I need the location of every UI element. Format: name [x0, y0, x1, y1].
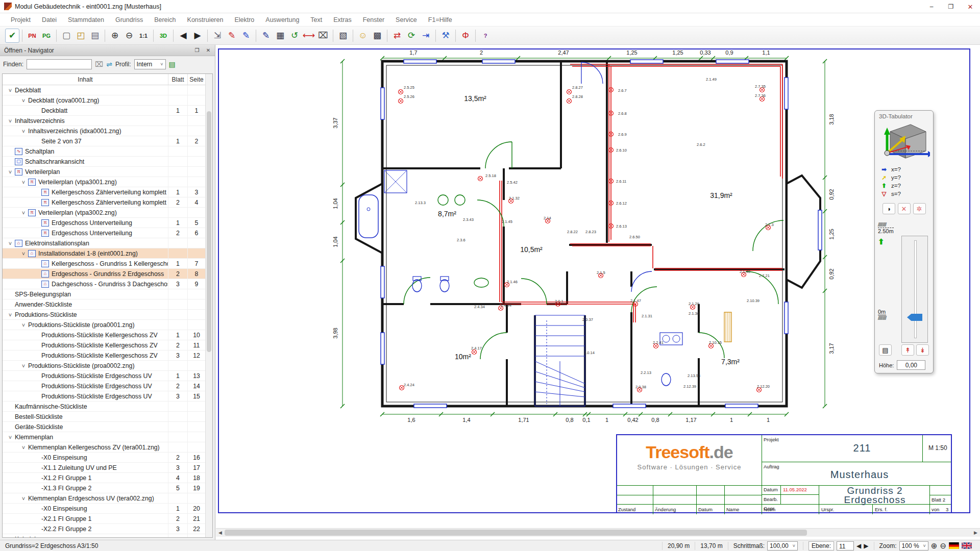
zoom-1to1-icon[interactable]: 1:1 [136, 29, 151, 43]
tree-row[interactable]: ˅πVerteilerplan (vtpa3001.zng) [3, 177, 205, 187]
tree-row[interactable]: ˅Deckblatt (cova0001.zng) [3, 95, 205, 106]
tree-row[interactable]: ∿Schaltplan [3, 146, 205, 157]
wrench-icon[interactable]: ⚒ [438, 29, 453, 43]
tree-row[interactable]: -X2.1 FI Gruppe 1221 [3, 514, 205, 524]
menu-item-datei[interactable]: Datei [36, 14, 62, 26]
tree-row[interactable]: ▢Schaltschrankansicht [3, 157, 205, 167]
tree-row[interactable]: ⌂Dachgeschoss - Grundriss 3 Dachgeschoss… [3, 279, 205, 289]
hscroll-thumb[interactable] [225, 530, 807, 536]
apply-settings-icon[interactable]: ✔ [5, 29, 19, 43]
tree-expand-icon[interactable]: ˅ [6, 118, 15, 124]
tree-row[interactable]: πKellergeschoss Zählerverteilung komplet… [3, 187, 205, 197]
power-icon[interactable]: Φ [458, 29, 473, 43]
finden-input[interactable] [27, 59, 92, 69]
new-document-icon[interactable]: ▢ [59, 29, 74, 43]
profil-dropdown[interactable]: Intern ˅ [134, 59, 166, 69]
hoehe-input[interactable]: 0,00 [897, 360, 925, 370]
tree-scrollbar[interactable] [205, 74, 212, 537]
tree-row[interactable]: Bestell-Stückliste [3, 412, 205, 422]
tree-row[interactable]: Produktions-Stückliste Erdgeschoss UV315 [3, 391, 205, 402]
snap-off-button[interactable]: ✕ [898, 203, 911, 214]
tree-row[interactable]: ˅Produktions-Stückliste (proa0001.zng) [3, 320, 205, 330]
ebene-input[interactable]: 11 [837, 541, 854, 550]
help-book-icon[interactable]: ? [478, 29, 493, 43]
tree-expand-icon[interactable]: ˅ [6, 434, 15, 440]
tree-row[interactable]: πKellergeschoss Zählerverteilung komplet… [3, 197, 205, 208]
tree-row[interactable]: Produktions-Stückliste Erdgeschoss UV214 [3, 381, 205, 391]
sync-icon[interactable]: ⟳ [404, 29, 419, 43]
tree-expand-icon[interactable]: ˅ [6, 87, 15, 93]
drawing-area[interactable]: 1,722,471,251,250,330,91,11,61,41,710,80… [216, 45, 980, 540]
tree-row[interactable]: Anwender-Stückliste [3, 299, 205, 310]
menu-item-grundriss[interactable]: Grundriss [110, 14, 149, 26]
tree-row[interactable]: Produktions-Stückliste Kellergeschoss ZV… [3, 340, 205, 350]
menu-item-elektro[interactable]: Elektro [229, 14, 260, 26]
ebene-prev-icon[interactable]: ◀ [856, 542, 861, 550]
height-slider[interactable] [901, 236, 928, 343]
menu-item-extras[interactable]: Extras [328, 14, 357, 26]
prev-sheet-icon[interactable]: ◀ [176, 29, 190, 43]
tree-expand-icon[interactable]: ˅ [19, 363, 28, 369]
edit-pencil-icon[interactable]: ✎ [259, 29, 273, 43]
tree-expand-icon[interactable]: ˅ [19, 444, 28, 450]
zoom-dropdown[interactable]: 100 % ˅ [899, 541, 928, 550]
tree-expand-icon[interactable]: ˅ [19, 251, 28, 257]
menu-item-stammdaten[interactable]: Stammdaten [62, 14, 110, 26]
menu-item-f1-hilfe[interactable]: F1=Hilfe [423, 14, 458, 26]
properties-button[interactable]: ▤ [879, 344, 892, 356]
tree-row[interactable]: ˅Inhaltsverzeichnis [3, 116, 205, 126]
3d-tabulator-panel[interactable]: 3D-Tabulator ➡x=? ➚y=? ⬆z=? ▽s=? ◑ ✕ ✲ [874, 110, 934, 373]
tree-row[interactable]: -X1.1 Zuleitung UV und PE317 [3, 463, 205, 473]
uk-flag-icon[interactable] [962, 542, 972, 549]
ebene-next-icon[interactable]: ▶ [864, 542, 868, 550]
delete-icon[interactable]: ⌧ [316, 29, 330, 43]
tree-row[interactable]: ˅Klemmenplan Erdgeschoss UV (tera002.zng… [3, 493, 205, 504]
tree-row[interactable]: -X1.3 FI Gruppe 2519 [3, 483, 205, 493]
next-sheet-icon[interactable]: ▶ [190, 29, 205, 43]
close-button[interactable]: ✕ [961, 0, 980, 13]
view-3d-icon[interactable]: 3D [156, 29, 170, 43]
navigator-header[interactable]: Öffnen - Navigator ❐ ✕ [0, 45, 215, 56]
draw-tool-blue-icon[interactable]: ✎ [239, 29, 253, 43]
sheet-transfer-icon[interactable]: ⇲ [210, 29, 225, 43]
ebene-button[interactable]: Ebene: [808, 541, 834, 550]
clear-search-trash-icon[interactable]: ⌧ [95, 60, 103, 68]
float-panel-icon[interactable]: ❐ [192, 46, 202, 55]
tree-row[interactable]: -X1.2 FI Gruppe 1418 [3, 473, 205, 483]
tree-expand-icon[interactable]: ˅ [6, 240, 15, 246]
tree-expand-icon[interactable]: ˅ [19, 322, 28, 328]
menu-item-fenster[interactable]: Fenster [357, 14, 390, 26]
tree-expand-icon[interactable]: ˅ [19, 179, 28, 185]
dimension-tool-icon[interactable]: ⟷ [302, 29, 316, 43]
tree-row[interactable]: ˅Produktions-Stückliste [3, 310, 205, 320]
close-panel-icon[interactable]: ✕ [204, 46, 213, 55]
print-icon[interactable]: ▤ [88, 29, 102, 43]
zoom-in-icon[interactable]: ⊕ [108, 29, 122, 43]
tree-expand-icon[interactable]: ˅ [19, 210, 28, 216]
draw-tool-red-icon[interactable]: ✎ [225, 29, 239, 43]
tree-row[interactable]: ˅Klemmenplan [3, 432, 205, 442]
tree-expand-icon[interactable]: ˅ [6, 312, 15, 318]
menu-item-service[interactable]: Service [390, 14, 423, 26]
tree-row[interactable]: Produktions-Stückliste Kellergeschoss ZV… [3, 330, 205, 340]
step-up-button[interactable]: ↟ [901, 344, 914, 356]
column-inhalt[interactable]: Inhalt [3, 74, 168, 85]
tree-row[interactable]: Deckblatt11 [3, 106, 205, 116]
tree-row[interactable]: πErdgeschoss Unterverteilung15 [3, 218, 205, 228]
tree-row[interactable]: Produktions-Stückliste Kellergeschoss ZV… [3, 350, 205, 361]
menu-item-konstruieren[interactable]: Konstruieren [182, 14, 229, 26]
tree-row[interactable]: ˅Produktions-Stückliste (proa0002.zng) [3, 361, 205, 371]
tree-row[interactable]: -X0 Einspeisung216 [3, 453, 205, 463]
german-flag-icon[interactable] [949, 542, 959, 549]
tree-row[interactable]: ˅πVerteilerplan (vtpa3002.zng) [3, 208, 205, 218]
scroll-right-icon[interactable]: ▶ [971, 530, 980, 535]
tree-row[interactable]: ˅πVerteilerplan [3, 167, 205, 177]
minimize-button[interactable]: – [922, 0, 941, 13]
project-pn-icon[interactable]: PN [25, 29, 39, 43]
zoom-in-icon[interactable]: ⊕ [931, 542, 938, 550]
tree-expand-icon[interactable]: ˅ [6, 169, 15, 175]
tree-row[interactable]: Kabelplan [3, 534, 205, 537]
tree-row[interactable]: ˅Deckblatt [3, 85, 205, 95]
tree-row[interactable]: Kaufmännische-Stückliste [3, 402, 205, 412]
profile-manager-icon[interactable]: ▤ [169, 60, 176, 68]
